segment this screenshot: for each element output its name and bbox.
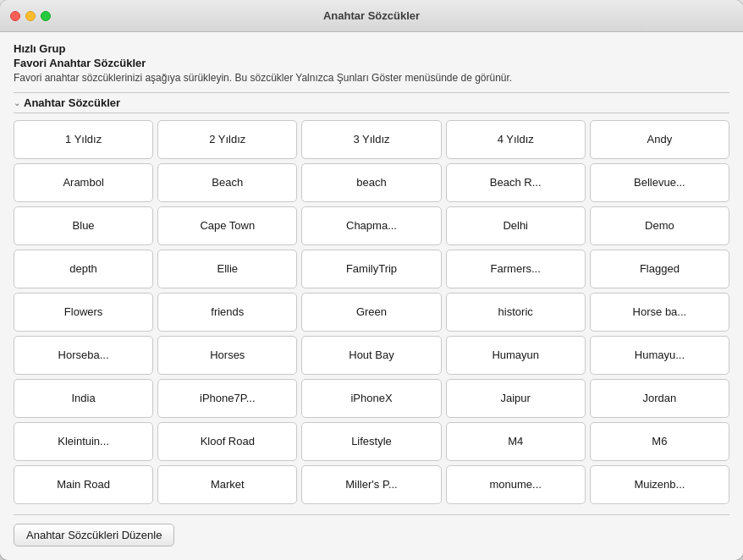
- keyword-item[interactable]: Kloof Road: [157, 422, 297, 461]
- keyword-item[interactable]: Arambol: [14, 163, 153, 202]
- keyword-item[interactable]: 1 Yıldız: [14, 120, 153, 159]
- keyword-item[interactable]: 3 Yıldız: [301, 120, 441, 159]
- traffic-lights: [10, 11, 51, 21]
- edit-keywords-button[interactable]: Anahtar Sözcükleri Düzenle: [14, 524, 174, 546]
- keyword-item[interactable]: beach: [301, 163, 441, 202]
- keyword-item[interactable]: Beach R...: [446, 163, 586, 202]
- favorites-description: Favori anahtar sözcüklerinizi aşağıya sü…: [14, 71, 729, 85]
- close-button[interactable]: [10, 11, 20, 21]
- keyword-item[interactable]: 4 Yıldız: [446, 120, 586, 159]
- keyword-item[interactable]: M4: [446, 422, 586, 461]
- keyword-item[interactable]: Bellevue...: [590, 163, 729, 202]
- keyword-item[interactable]: Horseba...: [14, 336, 153, 375]
- keyword-item[interactable]: Main Road: [14, 465, 153, 504]
- keyword-item[interactable]: Muizenb...: [590, 465, 729, 504]
- footer: Anahtar Sözcükleri Düzenle: [14, 514, 729, 546]
- keyword-item[interactable]: Kleintuin...: [14, 422, 153, 461]
- keyword-item[interactable]: Andy: [590, 120, 729, 159]
- keyword-item[interactable]: Miller's P...: [301, 465, 441, 504]
- favorites-title: Favori Anahtar Sözcükler: [14, 57, 729, 69]
- main-window: Anahtar Sözcükler Hızlı Grup Favori Anah…: [0, 0, 743, 560]
- content-area: Hızlı Grup Favori Anahtar Sözcükler Favo…: [0, 32, 743, 560]
- keyword-item[interactable]: Flagged: [590, 250, 729, 288]
- keyword-item[interactable]: Chapma...: [301, 206, 441, 245]
- keyword-item[interactable]: Horses: [157, 336, 297, 375]
- keyword-item[interactable]: Farmers...: [446, 250, 586, 288]
- keyword-item[interactable]: Jaipur: [446, 379, 586, 418]
- keyword-item[interactable]: Lifestyle: [301, 422, 441, 461]
- keyword-item[interactable]: Hout Bay: [301, 336, 441, 375]
- keywords-section-header[interactable]: ⌄ Anahtar Sözcükler: [14, 92, 729, 113]
- titlebar: Anahtar Sözcükler: [0, 0, 743, 32]
- keyword-item[interactable]: iPhone7P...: [157, 379, 297, 418]
- keyword-item[interactable]: Delhi: [446, 206, 586, 245]
- keywords-grid: 1 Yıldız2 Yıldız3 Yıldız4 YıldızAndyAram…: [14, 120, 729, 504]
- keyword-item[interactable]: Green: [301, 293, 441, 332]
- keyword-item[interactable]: Humayun: [446, 336, 586, 375]
- keyword-item[interactable]: Beach: [157, 163, 297, 202]
- keyword-item[interactable]: Jordan: [590, 379, 729, 418]
- keyword-item[interactable]: India: [14, 379, 153, 418]
- keyword-item[interactable]: FamilyTrip: [301, 250, 441, 288]
- minimize-button[interactable]: [25, 11, 36, 21]
- keyword-item[interactable]: Blue: [14, 206, 153, 245]
- keyword-item[interactable]: 2 Yıldız: [157, 120, 297, 159]
- keyword-item[interactable]: M6: [590, 422, 729, 461]
- keyword-item[interactable]: Cape Town: [157, 206, 297, 245]
- keyword-item[interactable]: friends: [157, 293, 297, 332]
- keyword-item[interactable]: Ellie: [157, 250, 297, 288]
- keywords-section-label: Anahtar Sözcükler: [24, 96, 120, 109]
- keyword-item[interactable]: depth: [14, 250, 153, 288]
- quick-group-header: Hızlı Grup: [14, 42, 729, 55]
- keyword-item[interactable]: Humayu...: [590, 336, 729, 375]
- keyword-item[interactable]: monume...: [446, 465, 586, 504]
- chevron-icon: ⌄: [14, 98, 20, 107]
- keyword-item[interactable]: Market: [157, 465, 297, 504]
- keyword-item[interactable]: historic: [446, 293, 586, 332]
- keyword-item[interactable]: Demo: [590, 206, 729, 245]
- maximize-button[interactable]: [41, 11, 51, 21]
- keyword-item[interactable]: iPhoneX: [301, 379, 441, 418]
- keyword-item[interactable]: Flowers: [14, 293, 153, 332]
- favorites-section: Favori Anahtar Sözcükler Favori anahtar …: [14, 57, 729, 92]
- window-title: Anahtar Sözcükler: [323, 9, 420, 22]
- keyword-item[interactable]: Horse ba...: [590, 293, 729, 332]
